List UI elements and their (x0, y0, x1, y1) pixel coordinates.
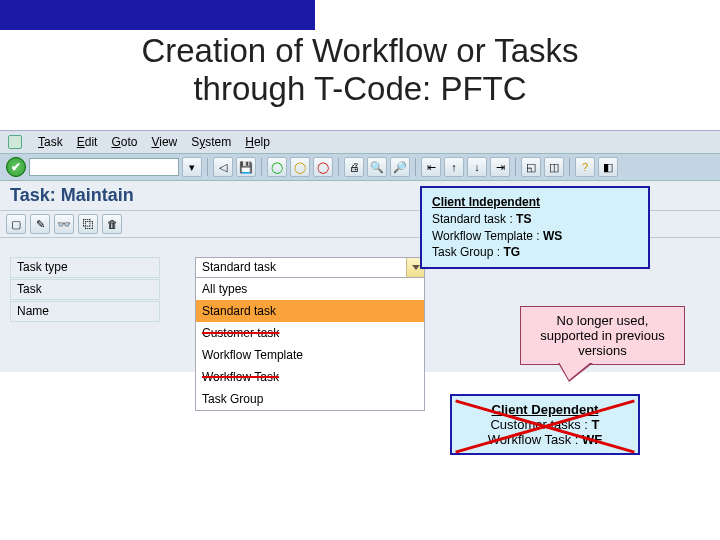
label-name: Name (10, 301, 160, 322)
pink-text: No longer used, supported in previous ve… (540, 313, 664, 358)
display-icon[interactable]: 👓 (54, 214, 74, 234)
cd-box: Client Dependent Customer tasks : T Work… (450, 394, 640, 455)
dropdown-button[interactable]: Standard task (195, 257, 425, 278)
ci-l1a: Standard task : (432, 212, 516, 226)
dropdown-list: All types Standard task Customer task Wo… (195, 277, 425, 411)
ci-l1b: TS (516, 212, 531, 226)
header-blue-bar (0, 0, 315, 30)
exit-icon[interactable]: ◯ (290, 157, 310, 177)
cd-heading: Client Dependent (492, 402, 599, 417)
separator (515, 158, 516, 176)
prev-page-icon[interactable]: ↑ (444, 157, 464, 177)
dropdown-btn[interactable]: ▾ (182, 157, 202, 177)
ci-l3a: Task Group : (432, 245, 503, 259)
shortcut-icon[interactable]: ◫ (544, 157, 564, 177)
option-standard-task[interactable]: Standard task (196, 300, 424, 322)
label-task-type: Task type (10, 257, 160, 278)
option-workflow-template[interactable]: Workflow Template (196, 344, 424, 366)
menu-goto[interactable]: Goto (111, 135, 137, 149)
menu-edit[interactable]: Edit (77, 135, 98, 149)
option-workflow-task[interactable]: Workflow Task (196, 366, 424, 388)
help-icon[interactable]: ? (575, 157, 595, 177)
command-input[interactable] (29, 158, 179, 176)
option-customer-task[interactable]: Customer task (196, 322, 424, 344)
delete-icon[interactable]: 🗑 (102, 214, 122, 234)
last-page-icon[interactable]: ⇥ (490, 157, 510, 177)
dropdown-value: Standard task (196, 258, 406, 277)
main-toolbar: ✔ ▾ ◁ 💾 ◯ ◯ ◯ 🖨 🔍 🔎 ⇤ ↑ ↓ ⇥ ◱ ◫ ? ◧ (0, 153, 720, 181)
task-type-dropdown: Standard task All types Standard task Cu… (195, 257, 425, 278)
print-icon[interactable]: 🖨 (344, 157, 364, 177)
create-icon[interactable]: ▢ (6, 214, 26, 234)
layout-icon[interactable]: ◧ (598, 157, 618, 177)
separator (569, 158, 570, 176)
ci-l3b: TG (503, 245, 520, 259)
title-line2: through T-Code: PFTC (0, 70, 720, 108)
back-icon[interactable]: ◁ (213, 157, 233, 177)
title-line1: Creation of Workflow or Tasks (141, 32, 578, 69)
separator (207, 158, 208, 176)
cd-l2b: WF (582, 432, 602, 447)
menu-help[interactable]: Help (245, 135, 270, 149)
cd-l1b: T (592, 417, 600, 432)
cd-l1a: Customer tasks : (490, 417, 591, 432)
menu-task[interactable]: Task (38, 135, 63, 149)
menu-view[interactable]: View (151, 135, 177, 149)
callout-no-longer-used: No longer used, supported in previous ve… (520, 306, 685, 365)
separator (415, 158, 416, 176)
find-next-icon[interactable]: 🔎 (390, 157, 410, 177)
enter-button[interactable]: ✔ (6, 157, 26, 177)
separator (261, 158, 262, 176)
ci-heading: Client Independent (432, 195, 540, 209)
cd-l2a: Workflow Task : (488, 432, 582, 447)
callout-client-independent: Client Independent Standard task : TS Wo… (420, 186, 650, 269)
menu-system[interactable]: System (191, 135, 231, 149)
ci-l2a: Workflow Template : (432, 229, 543, 243)
app-menu-icon[interactable] (8, 135, 22, 149)
ci-l2b: WS (543, 229, 562, 243)
menu-bar: Task Edit Goto View System Help (0, 130, 720, 153)
next-page-icon[interactable]: ↓ (467, 157, 487, 177)
cancel-icon[interactable]: ◯ (313, 157, 333, 177)
copy-icon[interactable]: ⿻ (78, 214, 98, 234)
callout-client-dependent: Client Dependent Customer tasks : T Work… (450, 394, 640, 455)
save-icon[interactable]: 💾 (236, 157, 256, 177)
slide-title: Creation of Workflow or Tasks through T-… (0, 32, 720, 108)
label-task: Task (10, 279, 160, 300)
find-icon[interactable]: 🔍 (367, 157, 387, 177)
new-session-icon[interactable]: ◱ (521, 157, 541, 177)
edit-icon[interactable]: ✎ (30, 214, 50, 234)
back-green-icon[interactable]: ◯ (267, 157, 287, 177)
separator (338, 158, 339, 176)
first-page-icon[interactable]: ⇤ (421, 157, 441, 177)
option-task-group[interactable]: Task Group (196, 388, 424, 410)
option-all-types[interactable]: All types (196, 278, 424, 300)
